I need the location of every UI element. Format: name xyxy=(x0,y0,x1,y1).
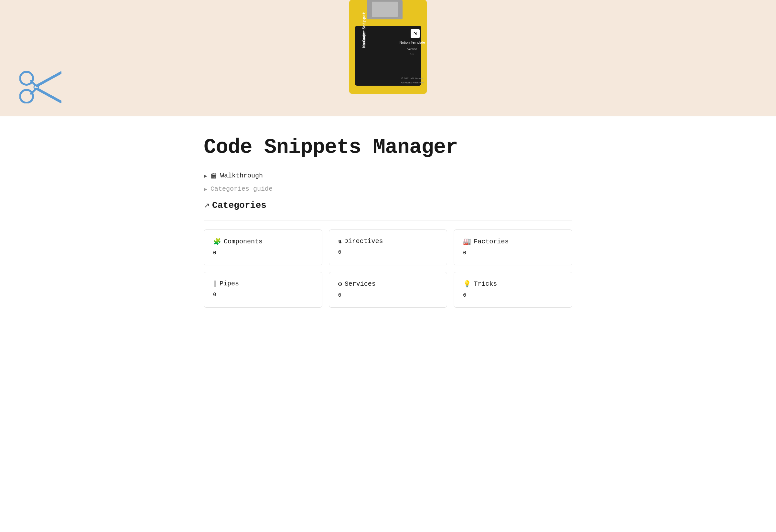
tricks-emoji: 💡 xyxy=(463,280,471,288)
card-services[interactable]: ⚙️ Services 0 xyxy=(329,272,447,308)
card-tricks[interactable]: 💡 Tricks 0 xyxy=(454,272,572,308)
svg-point-17 xyxy=(20,90,33,103)
svg-text:Manager: Manager xyxy=(362,30,367,48)
card-factories[interactable]: 🏭 Factories 0 xyxy=(454,230,572,265)
card-tricks-count: 0 xyxy=(463,292,563,298)
card-components-title: 🧩 Components xyxy=(213,238,313,246)
categories-grid: 🧩 Components 0 ⇅ Directives 0 🏭 Factorie… xyxy=(204,230,572,308)
svg-line-13 xyxy=(37,73,61,86)
categories-guide-label: Categories guide xyxy=(210,185,272,193)
card-factories-count: 0 xyxy=(463,250,563,256)
services-emoji: ⚙️ xyxy=(338,280,342,288)
walkthrough-label: Walkthrough xyxy=(220,172,263,179)
svg-text:Notion Template: Notion Template xyxy=(399,40,425,44)
section-divider xyxy=(204,220,572,220)
card-directives-count: 0 xyxy=(338,250,438,255)
components-emoji: 🧩 xyxy=(213,238,221,246)
card-pipes-count: 0 xyxy=(213,292,313,298)
svg-line-14 xyxy=(37,89,61,102)
card-tricks-title: 💡 Tricks xyxy=(463,280,563,288)
svg-text:N: N xyxy=(413,31,417,36)
factories-emoji: 🏭 xyxy=(463,238,471,246)
page-title: Code Snippets Manager xyxy=(204,136,572,159)
categories-section-header: ↗ Categories xyxy=(204,200,572,210)
svg-text:© 2021 aNotioneer: © 2021 aNotioneer xyxy=(401,77,423,80)
toggle-arrow-categories-guide: ▶ xyxy=(204,187,207,192)
scissors-icon xyxy=(19,71,61,103)
walkthrough-emoji: 🎬 xyxy=(210,173,217,179)
card-services-title: ⚙️ Services xyxy=(338,280,438,288)
directives-emoji: ⇅ xyxy=(338,238,342,245)
toggle-arrow-walkthrough: ▶ xyxy=(204,173,207,179)
card-pipes-title: | Pipes xyxy=(213,280,313,287)
hero-banner: N Code Snippet Manager Notion Template V… xyxy=(0,0,776,116)
section-title: Categories xyxy=(212,200,266,210)
svg-text:Version: Version xyxy=(407,47,417,51)
svg-text:1.0: 1.0 xyxy=(410,52,414,56)
card-components-count: 0 xyxy=(213,250,313,256)
section-arrow: ↗ xyxy=(204,201,209,210)
card-components[interactable]: 🧩 Components 0 xyxy=(204,230,322,265)
svg-point-16 xyxy=(20,72,33,85)
card-directives-title: ⇅ Directives xyxy=(338,238,438,245)
card-pipes[interactable]: | Pipes 0 xyxy=(204,272,322,308)
svg-rect-2 xyxy=(372,2,398,17)
floppy-disk-container: N Code Snippet Manager Notion Template V… xyxy=(349,0,427,95)
categories-guide-toggle[interactable]: ▶ Categories guide xyxy=(204,185,572,193)
card-services-count: 0 xyxy=(338,292,438,298)
main-content: Code Snippets Manager ▶ 🎬 Walkthrough ▶ … xyxy=(178,116,598,333)
card-directives[interactable]: ⇅ Directives 0 xyxy=(329,230,447,265)
walkthrough-toggle[interactable]: ▶ 🎬 Walkthrough xyxy=(204,172,572,179)
card-factories-title: 🏭 Factories xyxy=(463,238,563,246)
svg-text:All Rights Reserved: All Rights Reserved xyxy=(401,81,424,84)
pipes-emoji: | xyxy=(213,280,217,287)
floppy-disk-svg: N Code Snippet Manager Notion Template V… xyxy=(349,0,427,94)
